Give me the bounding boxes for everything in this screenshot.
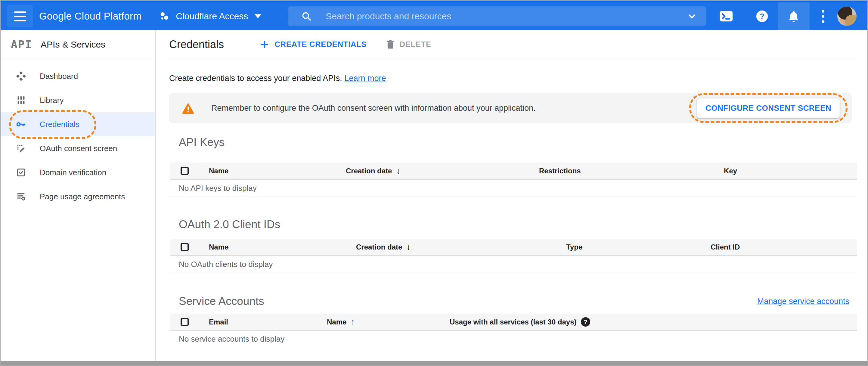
create-credentials-button[interactable]: CREATE CREDENTIALS — [259, 39, 367, 50]
library-icon — [16, 95, 27, 105]
brand-logo[interactable]: Google Cloud Platform — [39, 10, 142, 22]
gcp-console-window: Google Cloud Platform Cloudflare Access — [0, 0, 868, 366]
section-title-oauth-clients: OAuth 2.0 Client IDs — [179, 218, 857, 231]
sidebar-item-domain-verification[interactable]: Domain verification — [1, 160, 155, 184]
intro-text: Create credentials to access your enable… — [169, 74, 857, 83]
page-title: Credentials — [169, 38, 224, 51]
sidebar-item-dashboard[interactable]: Dashboard — [1, 64, 155, 88]
column-header-creation-date[interactable]: Creation date ↓ — [346, 166, 539, 176]
agreements-icon — [16, 191, 27, 202]
main-content: Credentials CREATE CREDENTIALS DELETE Cr… — [156, 30, 867, 361]
select-all-checkbox[interactable] — [181, 243, 189, 251]
column-header-email[interactable]: Email — [209, 318, 327, 326]
annotation-dashed-box: CONFIGURE CONSENT SCREEN — [689, 93, 847, 123]
service-accounts-table: Email Name ↑ Usage with all services (la… — [170, 314, 857, 351]
dashboard-icon — [16, 71, 27, 81]
project-icon — [159, 11, 170, 22]
notifications-bell-icon[interactable] — [778, 2, 810, 30]
column-header-client-id[interactable]: Client ID — [711, 243, 857, 251]
trash-icon — [386, 39, 395, 50]
configure-consent-screen-button[interactable]: CONFIGURE CONSENT SCREEN — [697, 98, 840, 118]
sidebar-header: API APIs & Services — [1, 30, 155, 59]
empty-state-api-keys: No API keys to display — [170, 180, 857, 197]
sort-descending-icon[interactable]: ↓ — [406, 242, 410, 252]
section-title-api-keys: API Keys — [179, 136, 857, 149]
column-header-name[interactable]: Name — [209, 243, 356, 251]
sidebar-item-library[interactable]: Library — [1, 88, 155, 112]
api-keys-table: Name Creation date ↓ Restrictions Key No… — [170, 162, 857, 197]
search-bar[interactable] — [288, 6, 706, 26]
service-accounts-header: Service Accounts Manage service accounts — [169, 295, 857, 308]
top-bar-actions: ? — [719, 2, 857, 30]
more-options-icon[interactable] — [816, 10, 830, 23]
sidebar-item-oauth-consent-screen[interactable]: OAuth consent screen — [1, 136, 155, 160]
table-header-row: Email Name ↑ Usage with all services (la… — [170, 314, 857, 331]
page-toolbar: Credentials CREATE CREDENTIALS DELETE — [169, 30, 857, 59]
manage-service-accounts-link[interactable]: Manage service accounts — [757, 297, 849, 306]
sidebar-item-credentials[interactable]: Credentials — [1, 112, 155, 136]
column-header-key[interactable]: Key — [724, 167, 857, 175]
delete-button[interactable]: DELETE — [386, 39, 431, 50]
learn-more-link[interactable]: Learn more — [344, 74, 386, 83]
sidebar-item-label: Domain verification — [40, 168, 106, 177]
column-header-name[interactable]: Name — [209, 167, 346, 175]
column-header-usage[interactable]: Usage with all services (last 30 days) ? — [450, 317, 857, 327]
cloud-shell-icon[interactable] — [719, 10, 733, 22]
empty-state-service-accounts: No service accounts to display — [170, 331, 857, 351]
project-caret-icon — [255, 14, 261, 18]
sidebar-title: APIs & Services — [41, 39, 105, 50]
column-header-type[interactable]: Type — [566, 243, 711, 251]
sidebar-item-label: Library — [40, 96, 63, 105]
user-avatar[interactable] — [837, 7, 857, 26]
hamburger-menu-icon[interactable] — [7, 5, 33, 27]
sidebar-item-label: OAuth consent screen — [40, 144, 117, 153]
column-header-creation-date[interactable]: Creation date ↓ — [356, 242, 566, 252]
sidebar-item-label: Dashboard — [40, 72, 78, 81]
empty-state-oauth-clients: No OAuth clients to display — [170, 256, 857, 273]
consent-screen-icon — [16, 143, 27, 153]
top-bar: Google Cloud Platform Cloudflare Access — [1, 1, 867, 30]
search-expand-chevron-icon[interactable] — [687, 11, 697, 21]
column-header-restrictions[interactable]: Restrictions — [539, 167, 724, 175]
help-icon[interactable]: ? — [755, 10, 769, 23]
key-icon — [16, 119, 27, 130]
sidebar-item-label: Page usage agreements — [40, 192, 125, 201]
api-logo: API — [11, 38, 32, 51]
sidebar-item-page-usage-agreements[interactable]: Page usage agreements — [1, 184, 155, 209]
svg-text:?: ? — [760, 12, 765, 21]
search-icon — [301, 11, 312, 22]
sort-descending-icon[interactable]: ↓ — [396, 166, 400, 176]
banner-text: Remember to configure the OAuth consent … — [211, 103, 536, 113]
select-all-checkbox[interactable] — [181, 318, 189, 326]
help-icon[interactable]: ? — [581, 317, 590, 327]
section-title-service-accounts: Service Accounts — [179, 295, 264, 308]
search-input[interactable] — [326, 11, 687, 21]
project-name: Cloudflare Access — [176, 11, 248, 21]
oauth-clients-table: Name Creation date ↓ Type Client ID No O… — [170, 239, 857, 273]
window-bottom-edge — [1, 361, 867, 365]
sidebar-item-label: Credentials — [40, 120, 80, 129]
sort-ascending-icon[interactable]: ↑ — [351, 317, 355, 327]
oauth-warning-banner: Remember to configure the OAuth consent … — [169, 93, 852, 123]
sidebar-nav: Dashboard Library — [1, 59, 155, 209]
warning-icon — [182, 102, 194, 114]
table-header-row: Name Creation date ↓ Restrictions Key — [170, 162, 857, 180]
sidebar: API APIs & Services Dashboard — [1, 30, 156, 361]
plus-icon — [259, 39, 270, 50]
domain-verification-icon — [16, 167, 27, 178]
table-header-row: Name Creation date ↓ Type Client ID — [170, 239, 857, 256]
project-selector[interactable]: Cloudflare Access — [159, 11, 261, 22]
select-all-checkbox[interactable] — [181, 167, 189, 175]
column-header-name[interactable]: Name ↑ — [327, 317, 450, 327]
